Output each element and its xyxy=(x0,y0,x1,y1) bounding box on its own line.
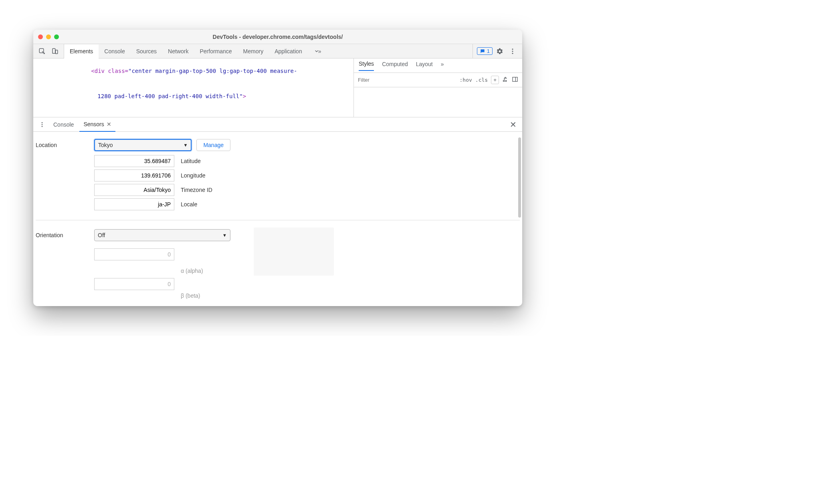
paint-brush-icon[interactable] xyxy=(502,76,509,84)
timezone-row: Timezone ID xyxy=(36,184,520,196)
split-panels: <div class="center margin-gap-top-500 lg… xyxy=(33,58,522,117)
svg-rect-2 xyxy=(56,50,58,54)
drawer-more-icon[interactable] xyxy=(36,119,48,130)
titlebar: DevTools - developer.chrome.com/tags/dev… xyxy=(33,30,522,44)
alpha-input[interactable] xyxy=(94,248,174,260)
main-tab-list: Elements Console Sources Network Perform… xyxy=(64,44,473,58)
latitude-label: Latitude xyxy=(181,158,520,164)
locale-label: Locale xyxy=(181,201,520,208)
sensors-pane: Location Tokyo ▼ Manage Latitude xyxy=(33,132,522,306)
svg-point-3 xyxy=(512,48,513,50)
alpha-label: α (alpha) xyxy=(181,268,221,274)
more-styles-tabs-icon[interactable]: » xyxy=(441,61,444,71)
new-style-rule-icon[interactable]: + xyxy=(491,76,499,84)
timezone-label: Timezone ID xyxy=(181,187,520,193)
locale-row: Locale xyxy=(36,198,520,210)
hov-toggle[interactable]: :hov xyxy=(460,77,472,83)
svg-point-9 xyxy=(42,126,43,127)
location-label: Location xyxy=(36,142,88,148)
drawer-tab-console[interactable]: Console xyxy=(49,118,78,131)
tab-application[interactable]: Application xyxy=(269,44,308,58)
messages-badge[interactable]: 1 xyxy=(477,47,493,55)
tab-layout[interactable]: Layout xyxy=(416,61,433,71)
tab-console[interactable]: Console xyxy=(99,44,130,58)
section-divider xyxy=(36,220,520,220)
close-tab-icon[interactable]: ✕ xyxy=(107,121,111,127)
svg-rect-6 xyxy=(513,77,517,82)
computed-sidebar-icon[interactable] xyxy=(512,76,518,84)
styles-filter-bar: :hov .cls + xyxy=(354,73,522,87)
longitude-input[interactable] xyxy=(94,169,174,181)
svg-point-4 xyxy=(512,50,513,52)
elements-panel: <div class="center margin-gap-top-500 lg… xyxy=(33,58,354,117)
tab-network[interactable]: Network xyxy=(162,44,194,58)
drawer: Console Sensors ✕ ✕ Location Tokyo ▼ Man… xyxy=(33,117,522,306)
toolbar-right: 1 xyxy=(473,44,522,58)
styles-filter-input[interactable] xyxy=(358,75,406,85)
svg-rect-1 xyxy=(53,48,55,53)
main-tabs: Elements Console Sources Network Perform… xyxy=(33,44,522,58)
latitude-row: Latitude xyxy=(36,155,520,167)
more-tabs-icon[interactable]: » xyxy=(308,44,327,58)
device-toolbar-icon[interactable] xyxy=(49,46,61,57)
svg-point-5 xyxy=(512,52,513,54)
minimize-window-button[interactable] xyxy=(46,34,51,39)
orientation-preview xyxy=(254,228,334,276)
settings-icon[interactable] xyxy=(494,46,505,57)
longitude-label: Longitude xyxy=(181,172,520,179)
orientation-select[interactable]: Off ▼ xyxy=(94,229,230,241)
styles-tabs: Styles Computed Layout » xyxy=(354,58,522,73)
svg-point-8 xyxy=(42,124,43,125)
toolbar-left xyxy=(33,44,64,58)
tab-computed[interactable]: Computed xyxy=(382,61,408,71)
cls-toggle[interactable]: .cls xyxy=(475,77,488,83)
dom-source[interactable]: <div class="center margin-gap-top-500 lg… xyxy=(33,58,353,117)
location-select[interactable]: Tokyo ▼ xyxy=(94,139,192,151)
longitude-row: Longitude xyxy=(36,169,520,181)
svg-point-7 xyxy=(42,122,43,123)
window-title: DevTools - developer.chrome.com/tags/dev… xyxy=(33,34,522,40)
drawer-close-icon[interactable]: ✕ xyxy=(507,120,519,129)
tab-elements[interactable]: Elements xyxy=(64,44,99,58)
inspect-icon[interactable] xyxy=(36,46,48,57)
chevron-down-icon: ▼ xyxy=(222,233,227,238)
tab-styles[interactable]: Styles xyxy=(359,60,374,71)
messages-count: 1 xyxy=(487,48,490,54)
devtools-window: DevTools - developer.chrome.com/tags/dev… xyxy=(33,30,522,306)
drawer-tabs: Console Sensors ✕ ✕ xyxy=(33,117,522,132)
orientation-label: Orientation xyxy=(36,232,88,238)
tab-performance[interactable]: Performance xyxy=(194,44,237,58)
window-controls xyxy=(38,34,59,39)
scrollbar-thumb[interactable] xyxy=(518,137,521,218)
tab-sources[interactable]: Sources xyxy=(131,44,162,58)
latitude-input[interactable] xyxy=(94,155,174,167)
beta-label: β (beta) xyxy=(181,292,221,299)
timezone-input[interactable] xyxy=(94,184,174,196)
zoom-window-button[interactable] xyxy=(54,34,59,39)
more-options-icon[interactable] xyxy=(507,46,518,57)
styles-panel: Styles Computed Layout » :hov .cls + xyxy=(354,58,522,117)
locale-input[interactable] xyxy=(94,198,174,210)
chevron-down-icon: ▼ xyxy=(184,143,188,147)
close-window-button[interactable] xyxy=(38,34,43,39)
drawer-tab-sensors[interactable]: Sensors ✕ xyxy=(79,117,115,132)
filter-actions: :hov .cls + xyxy=(460,76,518,84)
tab-memory[interactable]: Memory xyxy=(238,44,269,58)
manage-button[interactable]: Manage xyxy=(196,139,230,151)
beta-input[interactable] xyxy=(94,278,174,290)
location-row: Location Tokyo ▼ Manage xyxy=(36,139,520,151)
